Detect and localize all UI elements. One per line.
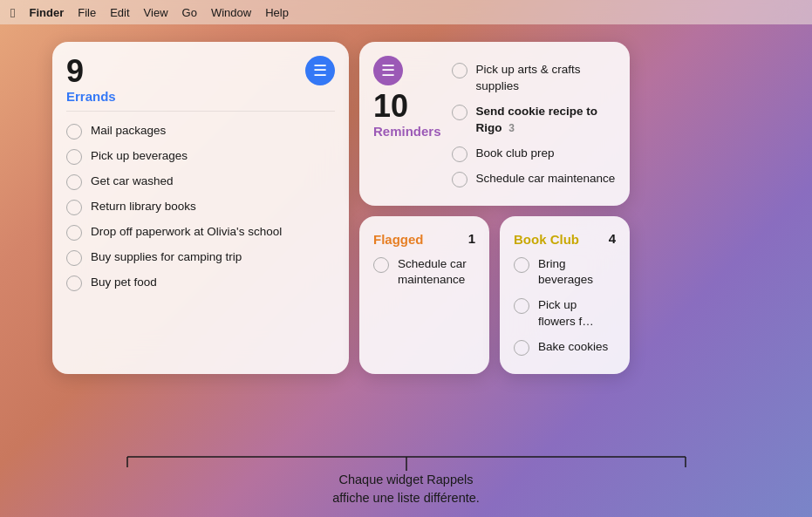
list-item[interactable]: Bake cookies [514, 335, 616, 360]
check-circle[interactable] [452, 63, 467, 78]
bookclub-count: 4 [609, 231, 616, 246]
check-circle[interactable] [514, 340, 529, 356]
list-item[interactable]: Buy supplies for camping trip [66, 245, 335, 270]
check-circle[interactable] [66, 200, 82, 215]
flagged-widget[interactable]: Flagged 1 Schedule car maintenance [359, 216, 489, 375]
list-item[interactable]: Return library books [66, 194, 335, 220]
list-item[interactable]: Send cookie recipe to Rigo 3 [452, 99, 616, 141]
errands-widget[interactable]: 9 Errands ☰ Mail packages Pick up bevera… [52, 42, 349, 374]
check-circle[interactable] [452, 105, 467, 120]
apple-menu[interactable]:  [10, 5, 15, 20]
item-label: Pick up arts & crafts supplies [476, 62, 616, 95]
item-label: Bring beverages [538, 256, 616, 289]
errands-title: Errands [66, 89, 116, 104]
errands-count: 9 [66, 56, 116, 87]
reminders-widget[interactable]: ☰ 10 Reminders Pick up arts & crafts sup… [359, 42, 630, 206]
right-column: ☰ 10 Reminders Pick up arts & crafts sup… [359, 42, 630, 374]
item-label: Schedule car maintenance [398, 256, 475, 289]
list-item[interactable]: Drop off paperwork at Olivia's school [66, 220, 335, 245]
flagged-title: Flagged [373, 232, 424, 247]
reminders-count-area: ☰ 10 Reminders [373, 56, 441, 192]
edit-menu[interactable]: Edit [110, 6, 129, 19]
annotation-line1: Chaque widget Rappels [339, 473, 474, 486]
go-menu[interactable]: Go [182, 6, 197, 19]
flagged-header: Flagged 1 [373, 230, 475, 247]
item-label: Pick up beverages [91, 148, 188, 165]
item-label: Mail packages [91, 123, 166, 139]
check-circle[interactable] [514, 257, 529, 273]
check-circle[interactable] [514, 298, 529, 314]
list-item[interactable]: Bring beverages [514, 252, 616, 294]
annotation-area: Chaque widget Rappels affiche une liste … [0, 404, 812, 517]
list-item[interactable]: Pick up arts & crafts supplies [452, 58, 616, 99]
file-menu[interactable]: File [78, 6, 96, 19]
reminders-icon: ☰ [373, 56, 403, 85]
check-circle[interactable] [66, 149, 82, 165]
item-label: Get car washed [91, 173, 174, 190]
desktop: 9 Errands ☰ Mail packages Pick up bevera… [0, 24, 812, 517]
small-widgets-row: Flagged 1 Schedule car maintenance Book … [359, 216, 630, 375]
item-label: Send cookie recipe to Rigo 3 [476, 104, 616, 137]
item-label: Drop off paperwork at Olivia's school [91, 224, 282, 241]
check-circle[interactable] [66, 250, 82, 266]
item-label: Buy supplies for camping trip [91, 249, 242, 266]
check-circle[interactable] [452, 146, 467, 162]
reminders-count: 10 [373, 91, 441, 122]
view-menu[interactable]: View [144, 6, 168, 19]
item-label: Book club prep [476, 146, 555, 162]
item-label: Schedule car maintenance [476, 171, 616, 187]
annotation-text: Chaque widget Rappels affiche une liste … [332, 471, 480, 509]
check-circle[interactable] [66, 174, 82, 190]
item-badge: 3 [508, 122, 515, 134]
bracket-line-svg [119, 450, 694, 471]
errands-icon: ☰ [305, 56, 335, 85]
reminders-layout: ☰ 10 Reminders Pick up arts & crafts sup… [373, 56, 616, 192]
check-circle[interactable] [373, 257, 389, 273]
item-label: Bake cookies [538, 339, 608, 356]
list-item[interactable]: Schedule car maintenance [452, 167, 616, 192]
item-label: Pick up flowers f… [538, 297, 616, 330]
list-item[interactable]: Schedule car maintenance [373, 252, 475, 294]
list-item[interactable]: Pick up flowers f… [514, 293, 616, 335]
check-circle[interactable] [66, 276, 82, 291]
list-item[interactable]: Get car washed [66, 169, 335, 194]
bookclub-header: Book Club 4 [514, 230, 616, 247]
reminders-title: Reminders [373, 124, 441, 139]
list-item[interactable]: Pick up beverages [66, 144, 335, 169]
flagged-count: 1 [468, 231, 475, 246]
errands-divider [66, 111, 335, 112]
annotation-line2: affiche une liste différente. [332, 491, 480, 505]
errands-header: 9 Errands ☰ [66, 56, 335, 104]
help-menu[interactable]: Help [265, 6, 289, 19]
list-item[interactable]: Buy pet food [66, 270, 335, 296]
list-item[interactable]: Book club prep [452, 141, 616, 167]
finder-menu[interactable]: Finder [29, 6, 64, 19]
check-circle[interactable] [452, 172, 467, 187]
window-menu[interactable]: Window [211, 6, 251, 19]
reminders-items: Pick up arts & crafts supplies Send cook… [452, 56, 616, 192]
check-circle[interactable] [66, 225, 82, 241]
list-item[interactable]: Mail packages [66, 119, 335, 144]
widgets-area: 9 Errands ☰ Mail packages Pick up bevera… [0, 24, 812, 391]
bookclub-widget[interactable]: Book Club 4 Bring beverages Pick up flow… [500, 216, 630, 375]
bookclub-title: Book Club [514, 232, 579, 247]
item-label: Buy pet food [91, 275, 157, 291]
check-circle[interactable] [66, 124, 82, 139]
item-label: Return library books [91, 199, 196, 215]
menubar:  Finder File Edit View Go Window Help [0, 0, 812, 24]
